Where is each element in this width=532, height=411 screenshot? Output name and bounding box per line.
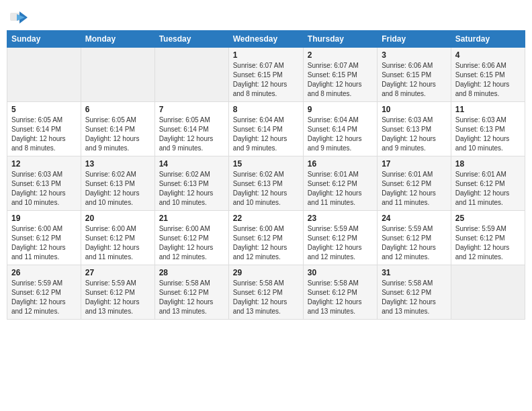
day-number: 29 bbox=[233, 268, 299, 277]
day-number: 18 bbox=[455, 159, 521, 169]
day-info: Sunrise: 6:01 AM Sunset: 6:12 PM Dayligh… bbox=[382, 170, 447, 208]
calendar-cell: 8Sunrise: 6:04 AM Sunset: 6:14 PM Daylig… bbox=[228, 102, 303, 156]
calendar-cell bbox=[451, 265, 525, 320]
day-number: 9 bbox=[308, 105, 373, 114]
day-info: Sunrise: 5:58 AM Sunset: 6:12 PM Dayligh… bbox=[308, 279, 373, 316]
calendar-cell: 23Sunrise: 5:59 AM Sunset: 6:12 PM Dayli… bbox=[303, 211, 377, 265]
day-number: 7 bbox=[159, 105, 224, 114]
calendar-cell: 17Sunrise: 6:01 AM Sunset: 6:12 PM Dayli… bbox=[378, 156, 451, 211]
day-info: Sunrise: 6:01 AM Sunset: 6:12 PM Dayligh… bbox=[308, 170, 373, 208]
day-number: 10 bbox=[382, 105, 447, 114]
day-info: Sunrise: 5:59 AM Sunset: 6:12 PM Dayligh… bbox=[11, 279, 77, 316]
calendar-cell: 9Sunrise: 6:04 AM Sunset: 6:14 PM Daylig… bbox=[303, 102, 377, 156]
day-number: 13 bbox=[85, 159, 150, 169]
calendar-cell: 2Sunrise: 6:07 AM Sunset: 6:15 PM Daylig… bbox=[303, 48, 377, 102]
day-info: Sunrise: 6:00 AM Sunset: 6:12 PM Dayligh… bbox=[11, 224, 77, 262]
day-number: 23 bbox=[308, 214, 373, 223]
day-info: Sunrise: 6:06 AM Sunset: 6:15 PM Dayligh… bbox=[455, 61, 521, 99]
day-number: 12 bbox=[11, 159, 77, 169]
calendar-cell: 31Sunrise: 5:58 AM Sunset: 6:12 PM Dayli… bbox=[378, 265, 451, 320]
day-number: 22 bbox=[233, 214, 299, 223]
day-info: Sunrise: 6:00 AM Sunset: 6:12 PM Dayligh… bbox=[85, 224, 150, 262]
calendar-week-row: 1Sunrise: 6:07 AM Sunset: 6:15 PM Daylig… bbox=[7, 48, 525, 102]
calendar-cell: 11Sunrise: 6:03 AM Sunset: 6:13 PM Dayli… bbox=[451, 102, 525, 156]
calendar-cell: 29Sunrise: 5:58 AM Sunset: 6:12 PM Dayli… bbox=[228, 265, 303, 320]
day-number: 21 bbox=[159, 214, 224, 223]
calendar-cell: 12Sunrise: 6:03 AM Sunset: 6:13 PM Dayli… bbox=[7, 156, 81, 211]
weekday-header: Sunday bbox=[7, 31, 81, 48]
calendar-cell: 13Sunrise: 6:02 AM Sunset: 6:13 PM Dayli… bbox=[81, 156, 154, 211]
calendar-cell: 1Sunrise: 6:07 AM Sunset: 6:15 PM Daylig… bbox=[228, 48, 303, 102]
day-info: Sunrise: 6:05 AM Sunset: 6:14 PM Dayligh… bbox=[85, 116, 150, 153]
day-number: 26 bbox=[11, 268, 77, 277]
calendar-cell bbox=[7, 48, 81, 102]
day-info: Sunrise: 6:03 AM Sunset: 6:13 PM Dayligh… bbox=[11, 170, 77, 208]
calendar-cell: 7Sunrise: 6:05 AM Sunset: 6:14 PM Daylig… bbox=[154, 102, 228, 156]
day-number: 28 bbox=[159, 268, 224, 277]
calendar-week-row: 12Sunrise: 6:03 AM Sunset: 6:13 PM Dayli… bbox=[7, 156, 525, 211]
day-info: Sunrise: 6:05 AM Sunset: 6:14 PM Dayligh… bbox=[11, 116, 77, 153]
calendar-cell: 25Sunrise: 5:59 AM Sunset: 6:12 PM Dayli… bbox=[451, 211, 525, 265]
day-number: 2 bbox=[308, 50, 373, 60]
day-number: 24 bbox=[382, 214, 447, 223]
day-number: 4 bbox=[455, 50, 521, 60]
day-number: 20 bbox=[85, 214, 150, 223]
calendar-cell: 10Sunrise: 6:03 AM Sunset: 6:13 PM Dayli… bbox=[378, 102, 451, 156]
weekday-header: Monday bbox=[81, 31, 154, 48]
calendar-cell: 16Sunrise: 6:01 AM Sunset: 6:12 PM Dayli… bbox=[303, 156, 377, 211]
day-number: 27 bbox=[85, 268, 150, 277]
calendar-week-row: 26Sunrise: 5:59 AM Sunset: 6:12 PM Dayli… bbox=[7, 265, 525, 320]
day-info: Sunrise: 6:02 AM Sunset: 6:13 PM Dayligh… bbox=[233, 170, 299, 208]
calendar-cell bbox=[154, 48, 228, 102]
day-info: Sunrise: 6:02 AM Sunset: 6:13 PM Dayligh… bbox=[85, 170, 150, 208]
weekday-header: Friday bbox=[378, 31, 451, 48]
day-info: Sunrise: 6:04 AM Sunset: 6:14 PM Dayligh… bbox=[308, 116, 373, 153]
day-info: Sunrise: 5:59 AM Sunset: 6:12 PM Dayligh… bbox=[308, 224, 373, 262]
calendar-cell: 22Sunrise: 6:00 AM Sunset: 6:12 PM Dayli… bbox=[228, 211, 303, 265]
day-info: Sunrise: 5:58 AM Sunset: 6:12 PM Dayligh… bbox=[233, 279, 299, 316]
day-number: 15 bbox=[233, 159, 299, 169]
day-info: Sunrise: 6:00 AM Sunset: 6:12 PM Dayligh… bbox=[233, 224, 299, 262]
day-number: 11 bbox=[455, 105, 521, 114]
day-info: Sunrise: 5:59 AM Sunset: 6:12 PM Dayligh… bbox=[382, 224, 447, 262]
calendar-cell: 26Sunrise: 5:59 AM Sunset: 6:12 PM Dayli… bbox=[7, 265, 81, 320]
calendar-cell: 21Sunrise: 6:00 AM Sunset: 6:12 PM Dayli… bbox=[154, 211, 228, 265]
day-info: Sunrise: 6:07 AM Sunset: 6:15 PM Dayligh… bbox=[308, 61, 373, 99]
day-info: Sunrise: 5:59 AM Sunset: 6:12 PM Dayligh… bbox=[455, 224, 521, 262]
day-info: Sunrise: 5:59 AM Sunset: 6:12 PM Dayligh… bbox=[85, 279, 150, 316]
day-number: 6 bbox=[85, 105, 150, 114]
day-info: Sunrise: 6:03 AM Sunset: 6:13 PM Dayligh… bbox=[382, 116, 447, 153]
calendar-week-row: 19Sunrise: 6:00 AM Sunset: 6:12 PM Dayli… bbox=[7, 211, 525, 265]
calendar-cell: 20Sunrise: 6:00 AM Sunset: 6:12 PM Dayli… bbox=[81, 211, 154, 265]
calendar-cell: 3Sunrise: 6:06 AM Sunset: 6:15 PM Daylig… bbox=[378, 48, 451, 102]
day-info: Sunrise: 6:04 AM Sunset: 6:14 PM Dayligh… bbox=[233, 116, 299, 153]
calendar-cell: 15Sunrise: 6:02 AM Sunset: 6:13 PM Dayli… bbox=[228, 156, 303, 211]
header bbox=[7, 7, 525, 25]
logo bbox=[10, 10, 30, 25]
calendar-cell: 4Sunrise: 6:06 AM Sunset: 6:15 PM Daylig… bbox=[451, 48, 525, 102]
day-info: Sunrise: 5:58 AM Sunset: 6:12 PM Dayligh… bbox=[159, 279, 224, 316]
day-info: Sunrise: 6:05 AM Sunset: 6:14 PM Dayligh… bbox=[159, 116, 224, 153]
calendar-cell: 28Sunrise: 5:58 AM Sunset: 6:12 PM Dayli… bbox=[154, 265, 228, 320]
day-info: Sunrise: 6:02 AM Sunset: 6:13 PM Dayligh… bbox=[159, 170, 224, 208]
calendar-cell: 5Sunrise: 6:05 AM Sunset: 6:14 PM Daylig… bbox=[7, 102, 81, 156]
weekday-header: Wednesday bbox=[228, 31, 303, 48]
calendar-cell: 27Sunrise: 5:59 AM Sunset: 6:12 PM Dayli… bbox=[81, 265, 154, 320]
day-number: 5 bbox=[11, 105, 77, 114]
calendar-week-row: 5Sunrise: 6:05 AM Sunset: 6:14 PM Daylig… bbox=[7, 102, 525, 156]
day-number: 30 bbox=[308, 268, 373, 277]
day-number: 17 bbox=[382, 159, 447, 169]
day-info: Sunrise: 6:01 AM Sunset: 6:12 PM Dayligh… bbox=[455, 170, 521, 208]
calendar-cell: 30Sunrise: 5:58 AM Sunset: 6:12 PM Dayli… bbox=[303, 265, 377, 320]
day-info: Sunrise: 6:07 AM Sunset: 6:15 PM Dayligh… bbox=[233, 61, 299, 99]
day-info: Sunrise: 6:06 AM Sunset: 6:15 PM Dayligh… bbox=[382, 61, 447, 99]
day-number: 19 bbox=[11, 214, 77, 223]
day-info: Sunrise: 6:00 AM Sunset: 6:12 PM Dayligh… bbox=[159, 224, 224, 262]
logo-icon bbox=[10, 10, 29, 25]
day-number: 3 bbox=[382, 50, 447, 60]
day-number: 25 bbox=[455, 214, 521, 223]
weekday-header: Saturday bbox=[451, 31, 525, 48]
day-number: 1 bbox=[233, 50, 299, 60]
calendar-cell bbox=[81, 48, 154, 102]
day-info: Sunrise: 5:58 AM Sunset: 6:12 PM Dayligh… bbox=[382, 279, 447, 316]
